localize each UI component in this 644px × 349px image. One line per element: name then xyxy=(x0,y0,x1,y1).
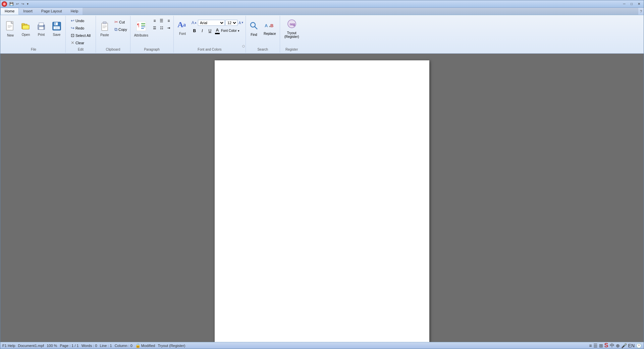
underline-button[interactable]: U xyxy=(207,28,213,34)
indent-button[interactable]: ⇥ xyxy=(165,25,172,31)
status-right: ≡ ☰ ⊞ S 中 ⊕ 🎤 EN 🕐 xyxy=(589,342,642,349)
svg-text:reg: reg xyxy=(290,22,295,26)
save-label: Save xyxy=(53,33,61,37)
numbered-list-button[interactable]: ☷ xyxy=(158,25,165,31)
tryout-register-button[interactable]: reg Tryout (Register) xyxy=(282,17,302,41)
ribbon-content: New Open xyxy=(0,15,644,53)
paste-button[interactable]: Paste xyxy=(97,17,112,41)
attributes-button[interactable]: ¶ Attributes xyxy=(132,17,151,41)
select-all-label: Select All xyxy=(75,34,91,38)
font-name-select[interactable]: Arial Times New Roman Courier New xyxy=(198,20,225,26)
status-logo-icon: S xyxy=(604,342,608,349)
zoom-status: 100 % xyxy=(47,344,57,348)
help-icon[interactable]: ? xyxy=(638,8,644,15)
minimize-button[interactable]: ─ xyxy=(621,1,628,7)
font-grow-button[interactable]: A▲ xyxy=(191,20,197,25)
column-status: Column : 0 xyxy=(115,344,132,348)
find-icon xyxy=(250,21,258,32)
select-all-button[interactable]: ⊡ Select All xyxy=(69,32,92,39)
font-button[interactable]: A a Font xyxy=(175,17,190,37)
svg-rect-23 xyxy=(103,22,106,24)
edit-group-label: Edit xyxy=(76,47,85,52)
align-left-button[interactable]: ≡ xyxy=(151,18,158,24)
window-control-buttons: ─ □ ✕ xyxy=(621,1,642,7)
font-color-dropdown-arrow[interactable]: ▾ xyxy=(238,29,239,33)
svg-text:A: A xyxy=(265,23,268,28)
tab-page-layout[interactable]: Page Layout xyxy=(37,8,66,15)
ribbon-tabs: Home Insert Page Layout Help ? xyxy=(0,8,644,15)
quickaccess-dropdown-button[interactable]: ▾ xyxy=(26,2,30,6)
open-button[interactable]: Open xyxy=(18,17,33,41)
document-paper[interactable] xyxy=(215,60,429,342)
tab-help[interactable]: Help xyxy=(66,8,83,15)
paragraph-group-label: Paragraph xyxy=(143,47,161,52)
redo-button[interactable]: ↪ Redo xyxy=(69,24,92,32)
new-button[interactable]: New xyxy=(3,17,18,41)
quickaccess-undo-button[interactable]: ↩ xyxy=(15,2,20,6)
bold-button[interactable]: B xyxy=(191,28,198,34)
modified-status: Modified xyxy=(141,344,155,348)
tab-insert[interactable]: Insert xyxy=(19,8,37,15)
copy-label: Copy xyxy=(118,27,127,32)
quickaccess-redo-button[interactable]: ↪ xyxy=(20,2,25,6)
find-label: Find xyxy=(251,33,257,37)
tab-home[interactable]: Home xyxy=(0,8,19,15)
file-group-items: New Open xyxy=(3,16,64,47)
ribbon-group-file: New Open xyxy=(2,16,66,53)
search-group-items: Find A B Replace xyxy=(247,16,278,47)
register-group-label: Register xyxy=(284,47,299,52)
font-colors-expand-button[interactable]: ⬡ xyxy=(242,45,245,48)
save-button[interactable]: Save xyxy=(49,17,64,41)
maximize-button[interactable]: □ xyxy=(628,1,635,7)
svg-rect-16 xyxy=(43,25,44,26)
status-icon-7[interactable]: 🎤 xyxy=(621,343,627,348)
font-color-a: A xyxy=(216,27,219,33)
status-left: F1 Help Document1.mpf 100 % Page : 1 / 1… xyxy=(2,343,185,348)
status-icon-2[interactable]: ☰ xyxy=(593,343,598,348)
align-right-button[interactable]: ≡ xyxy=(165,18,172,24)
font-colors-group-items: A a Font A▲ xyxy=(175,16,244,47)
font-controls-col: A▲ Arial Times New Roman Courier New 12 xyxy=(191,20,244,35)
svg-rect-21 xyxy=(55,27,59,29)
format-btns-row: B I U A Font Color ▾ xyxy=(191,27,244,35)
search-group-label: Search xyxy=(256,47,269,52)
document-name-status: Document1.mpf xyxy=(18,344,44,348)
align-center-button[interactable]: ☰ xyxy=(158,18,165,24)
status-icon-9[interactable]: 🕐 xyxy=(636,343,642,348)
status-icon-8[interactable]: EN xyxy=(628,343,635,348)
close-button[interactable]: ✕ xyxy=(636,1,642,7)
svg-point-35 xyxy=(251,22,255,27)
find-button[interactable]: Find xyxy=(247,17,261,41)
ribbon-group-register: reg Tryout (Register) Register xyxy=(280,16,304,53)
cut-button[interactable]: ✂ Cut xyxy=(113,18,129,25)
status-icon-5[interactable]: 中 xyxy=(610,343,614,349)
font-size-select[interactable]: 12 8 10 14 16 18 24 xyxy=(225,20,237,26)
copy-button[interactable]: ⧉ Copy xyxy=(113,26,129,33)
status-icon-3[interactable]: ⊞ xyxy=(599,343,603,348)
font-color-button[interactable]: A Font Color ▾ xyxy=(214,27,240,35)
paragraph-btns-col: ≡ ☰ ≡ ☰ ☷ ⇥ xyxy=(151,18,172,31)
page-status: Page : 1 / 1 xyxy=(60,344,78,348)
paste-icon xyxy=(100,21,109,33)
print-button[interactable]: Print xyxy=(34,17,49,41)
status-icon-6[interactable]: ⊕ xyxy=(616,343,620,348)
svg-rect-12 xyxy=(22,25,29,29)
bullet-list-button[interactable]: ☰ xyxy=(151,25,158,31)
quickaccess-save-button[interactable]: 💾 xyxy=(8,2,14,6)
edit-group-items: ↩ Undo ↪ Redo ⊡ Select All ✕ xyxy=(69,16,92,47)
status-icon-1[interactable]: ≡ xyxy=(589,343,592,348)
svg-rect-14 xyxy=(39,23,44,25)
font-color-icon-wrap: A xyxy=(215,27,220,34)
svg-line-36 xyxy=(255,26,257,29)
undo-button[interactable]: ↩ Undo xyxy=(69,17,92,24)
attributes-icon: ¶ xyxy=(136,21,147,33)
main-window: 💾 ↩ ↪ ▾ ─ □ ✕ Home Insert Page Layout He… xyxy=(0,0,644,349)
replace-label: Replace xyxy=(264,32,276,36)
clear-icon: ✕ xyxy=(71,40,74,45)
replace-button[interactable]: A B Replace xyxy=(261,17,278,41)
ribbon-group-paragraph: ¶ Attributes ≡ xyxy=(130,16,174,53)
clear-button[interactable]: ✕ Clear xyxy=(69,39,92,46)
font-shrink-button[interactable]: A▼ xyxy=(238,20,244,25)
document-area[interactable] xyxy=(0,54,644,342)
italic-button[interactable]: I xyxy=(199,28,206,34)
